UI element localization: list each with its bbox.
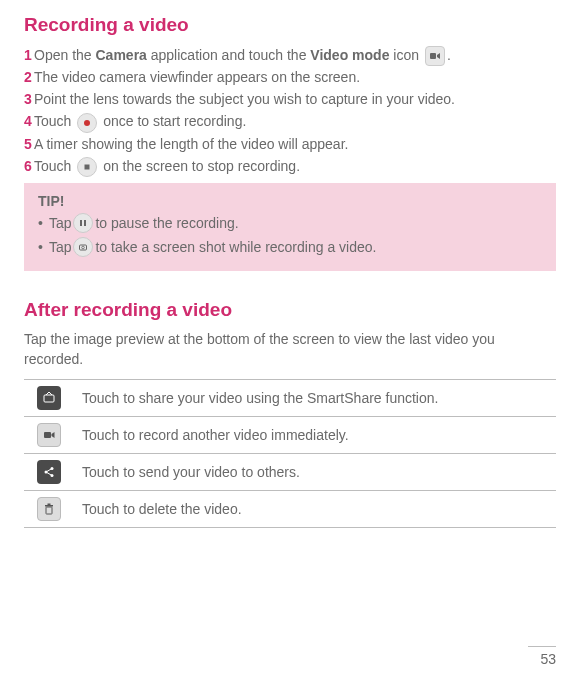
svg-rect-7 <box>44 395 54 402</box>
step-text: Touch <box>34 158 75 174</box>
delete-icon <box>37 497 61 521</box>
table-row: Touch to delete the video. <box>24 490 556 527</box>
tip-line-pause: • Tap to pause the recording. <box>38 211 542 235</box>
table-row: Touch to send your video to others. <box>24 453 556 490</box>
svg-rect-2 <box>85 164 90 169</box>
icon-cell <box>24 379 74 416</box>
svg-rect-4 <box>84 220 86 226</box>
step-text: The video camera viewfinder appears on t… <box>52 66 360 88</box>
svg-rect-14 <box>46 507 52 514</box>
steps-list: 1 Open the Camera application and touch … <box>24 44 556 177</box>
icon-cell <box>24 453 74 490</box>
tip-box: TIP! • Tap to pause the recording. • Tap… <box>24 183 556 271</box>
table-text: Touch to record another video immediatel… <box>74 416 556 453</box>
step-text: Point the lens towards the subject you w… <box>52 88 455 110</box>
table-text: Touch to delete the video. <box>74 490 556 527</box>
action-table: Touch to share your video using the Smar… <box>24 379 556 528</box>
step-text: icon <box>389 47 422 63</box>
svg-rect-5 <box>80 245 87 250</box>
svg-rect-15 <box>45 505 53 507</box>
icon-cell <box>24 416 74 453</box>
step-text: Open the <box>34 47 96 63</box>
table-row: Touch to record another video immediatel… <box>24 416 556 453</box>
tip-text: to pause the recording. <box>95 211 238 235</box>
tip-title: TIP! <box>38 193 542 209</box>
step-text: once to start recording. <box>99 113 246 129</box>
step-3: 3 Point the lens towards the subject you… <box>24 88 556 110</box>
after-intro-text: Tap the image preview at the bottom of t… <box>24 329 556 369</box>
svg-rect-16 <box>48 503 51 505</box>
icon-cell <box>24 490 74 527</box>
table-row: Touch to share your video using the Smar… <box>24 379 556 416</box>
step-4: 4 Touch once to start recording. <box>24 110 556 132</box>
svg-line-13 <box>46 472 52 476</box>
step-text: A timer showing the length of the video … <box>52 133 348 155</box>
tip-line-screenshot: • Tap to take a screen shot while record… <box>38 235 542 259</box>
bullet-icon: • <box>38 211 43 235</box>
step-text: . <box>447 47 451 63</box>
section-title-recording: Recording a video <box>24 14 556 36</box>
video-mode-icon <box>425 46 445 66</box>
step-text: Touch <box>34 113 75 129</box>
tip-text: Tap <box>49 235 72 259</box>
page-number: 53 <box>528 646 556 667</box>
step-text: application and touch the <box>147 47 310 63</box>
section-title-after: After recording a video <box>24 299 556 321</box>
step-2: 2 The video camera viewfinder appears on… <box>24 66 556 88</box>
table-text: Touch to send your video to others. <box>74 453 556 490</box>
bold-camera: Camera <box>96 47 147 63</box>
table-text: Touch to share your video using the Smar… <box>74 379 556 416</box>
tip-text: Tap <box>49 211 72 235</box>
svg-rect-8 <box>44 432 51 438</box>
record-again-icon <box>37 423 61 447</box>
svg-point-6 <box>82 246 85 249</box>
step-text: on the screen to stop recording. <box>99 158 300 174</box>
record-icon <box>77 113 97 133</box>
step-1: 1 Open the Camera application and touch … <box>24 44 556 66</box>
svg-rect-0 <box>430 53 436 59</box>
tip-text: to take a screen shot while recording a … <box>95 235 376 259</box>
step-6: 6 Touch on the screen to stop recording. <box>24 155 556 177</box>
bullet-icon: • <box>38 235 43 259</box>
svg-line-12 <box>46 468 52 472</box>
svg-point-1 <box>84 120 90 126</box>
stop-icon <box>77 157 97 177</box>
bold-video-mode: Video mode <box>310 47 389 63</box>
step-5: 5 A timer showing the length of the vide… <box>24 133 556 155</box>
screenshot-icon <box>73 237 93 257</box>
smartshare-icon <box>37 386 61 410</box>
svg-rect-3 <box>80 220 82 226</box>
pause-icon <box>73 213 93 233</box>
share-icon <box>37 460 61 484</box>
